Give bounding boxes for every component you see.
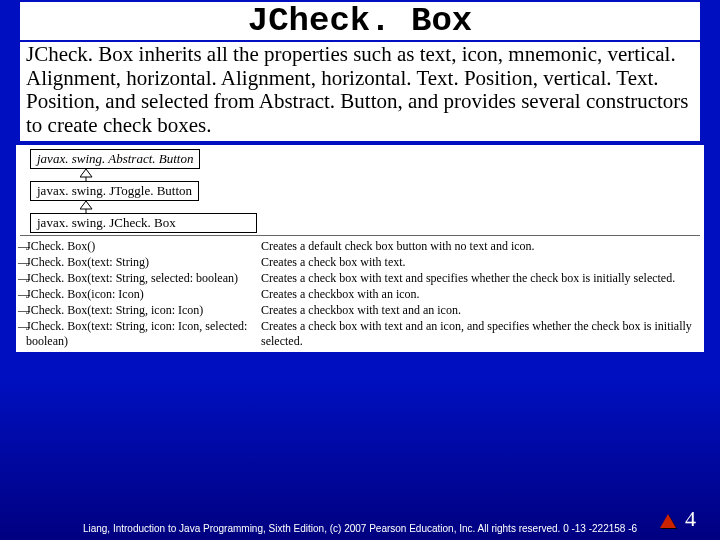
method-sig: JCheck. Box(): [20, 239, 261, 254]
class-jcheckbox: javax. swing. JCheck. Box: [30, 213, 257, 233]
slide-title: JCheck. Box: [20, 2, 700, 40]
method-sig: JCheck. Box(text: String, icon: Icon, se…: [20, 319, 261, 349]
page-number: 4: [685, 506, 696, 532]
uml-diagram: javax. swing. Abstract. Button javax. sw…: [16, 145, 704, 352]
table-row: JCheck. Box(icon: Icon)Creates a checkbo…: [20, 287, 700, 302]
method-desc: Creates a check box with text.: [261, 255, 700, 270]
method-desc: Creates a default check box button with …: [261, 239, 700, 254]
slide-body: JCheck. Box inherits all the properties …: [20, 42, 700, 141]
table-row: JCheck. Box(text: String, icon: Icon, se…: [20, 319, 700, 349]
constructor-table: JCheck. Box()Creates a default check box…: [20, 235, 700, 349]
footer-citation: Liang, Introduction to Java Programming,…: [0, 523, 720, 534]
method-desc: Creates a check box with text and specif…: [261, 271, 700, 286]
inherit-arrow-icon: [80, 169, 700, 181]
method-sig: JCheck. Box(icon: Icon): [20, 287, 261, 302]
table-row: JCheck. Box(text: String, selected: bool…: [20, 271, 700, 286]
inherit-arrow-icon: [80, 201, 700, 213]
method-sig: JCheck. Box(text: String, selected: bool…: [20, 271, 261, 286]
method-desc: Creates a checkbox with text and an icon…: [261, 303, 700, 318]
class-jtogglebutton: javax. swing. JToggle. Button: [30, 181, 199, 201]
class-abstractbutton: javax. swing. Abstract. Button: [30, 149, 200, 169]
svg-marker-2: [80, 201, 92, 209]
method-sig: JCheck. Box(text: String): [20, 255, 261, 270]
method-desc: Creates a checkbox with an icon.: [261, 287, 700, 302]
bullet-icon: [660, 514, 676, 528]
method-desc: Creates a check box with text and an ico…: [261, 319, 700, 349]
table-row: JCheck. Box(text: String, icon: Icon)Cre…: [20, 303, 700, 318]
table-row: JCheck. Box()Creates a default check box…: [20, 239, 700, 254]
svg-marker-0: [80, 169, 92, 177]
method-sig: JCheck. Box(text: String, icon: Icon): [20, 303, 261, 318]
table-row: JCheck. Box(text: String)Creates a check…: [20, 255, 700, 270]
